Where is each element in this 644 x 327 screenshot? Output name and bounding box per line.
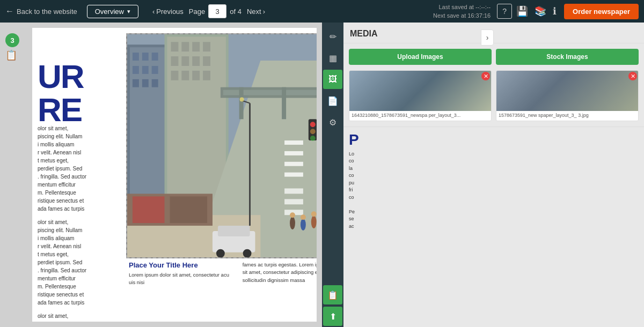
next-save-text: Next save at 16:37:16 — [433, 11, 491, 20]
svg-point-79 — [290, 217, 295, 229]
media-panel: MEDIA Upload Images Stock Images ✕ 16432… — [343, 23, 644, 327]
last-saved-text: Last saved at --:--:-- — [433, 3, 491, 12]
back-link[interactable]: ← Back to the website — [5, 6, 77, 16]
svg-point-83 — [311, 215, 317, 228]
media-label-2: 1578673591_new spaper_layout_3_ 3.jpg — [496, 111, 638, 121]
svg-rect-53 — [239, 87, 244, 120]
bottom-text-2: fames ac turpis egestas. Lorem ipsum dol… — [243, 261, 317, 284]
body-text-col: olor sit amet,piscing elit. Nullami moll… — [32, 124, 123, 322]
svg-rect-6 — [133, 66, 139, 74]
svg-point-84 — [311, 211, 317, 217]
media-item: ✕ 1643210880_1578673591_newspa per_layou… — [349, 70, 492, 121]
svg-rect-20 — [192, 56, 200, 66]
svg-rect-8 — [152, 66, 158, 74]
chevron-down-icon: ▾ — [127, 8, 130, 15]
media-grid: ✕ 1643210880_1578673591_newspa per_layou… — [343, 70, 644, 127]
svg-rect-7 — [142, 66, 149, 74]
media-remove-1-button[interactable]: ✕ — [481, 72, 490, 80]
svg-point-71 — [243, 249, 252, 257]
svg-rect-43 — [284, 162, 303, 166]
svg-rect-42 — [284, 151, 303, 155]
svg-rect-23 — [181, 71, 189, 80]
svg-rect-21 — [203, 56, 210, 66]
svg-rect-11 — [152, 79, 158, 87]
body-text-3: olor sit amet,piscing elit. Nullami moll… — [38, 312, 118, 322]
info-button[interactable]: ℹ — [551, 3, 559, 19]
top-bar: ← Back to the website Overview ▾ ‹ Previ… — [0, 0, 644, 23]
big-title-area: URRE — [32, 55, 123, 132]
prev-label: Previous — [156, 8, 184, 16]
page-canvas: 3 📋 URRE olor sit amet,piscing elit. Nul… — [0, 23, 322, 327]
svg-point-64 — [310, 122, 316, 127]
of-label: of 4 — [230, 8, 241, 16]
media-thumb-1 — [349, 71, 491, 111]
svg-rect-92 — [133, 196, 165, 223]
next-label: Next — [247, 8, 261, 16]
back-link-label: Back to the website — [17, 8, 77, 16]
svg-rect-5 — [152, 53, 158, 61]
stock-images-button[interactable]: Stock Images — [496, 49, 639, 65]
overview-button[interactable]: Overview ▾ — [87, 5, 138, 18]
svg-rect-10 — [142, 79, 149, 87]
nav-controls: ‹ Previous Page of 4 Next › — [148, 4, 269, 18]
next-button[interactable]: Next › — [243, 5, 269, 18]
sidebar-edit-button[interactable]: ✏ — [323, 27, 342, 46]
left-panel: 3 📋 URRE olor sit amet,piscing elit. Nul… — [0, 23, 322, 327]
bottom-text-1: Lorem ipsum dolor sit amet, consectetur … — [129, 271, 232, 287]
chevron-right-icon: › — [486, 33, 489, 42]
svg-rect-46 — [284, 199, 303, 204]
sidebar-clipboard-button[interactable]: 📋 — [323, 285, 342, 304]
main-image-area[interactable]: ✕ ⧉ ⊡ ⋯ Crop — [126, 33, 317, 258]
svg-point-80 — [290, 212, 295, 218]
help-button[interactable]: ? — [497, 4, 512, 19]
svg-rect-9 — [133, 79, 139, 87]
svg-rect-69 — [218, 226, 250, 236]
street-image — [127, 34, 317, 257]
svg-rect-19 — [181, 56, 189, 66]
upload-images-button[interactable]: Upload Images — [349, 49, 492, 65]
svg-rect-93 — [170, 196, 207, 223]
svg-rect-16 — [192, 42, 200, 51]
svg-rect-44 — [284, 173, 303, 177]
svg-rect-41 — [284, 140, 303, 145]
svg-rect-4 — [142, 53, 149, 61]
media-header: MEDIA — [343, 23, 644, 43]
media-item: ✕ 1578673591_new spaper_layout_3_ 3.jpg — [496, 70, 639, 121]
svg-rect-17 — [203, 42, 210, 51]
bottom-col-1: Place Your Title Here Lorem ipsum dolor … — [126, 261, 235, 287]
media-thumb-2 — [496, 71, 638, 111]
page-number-input[interactable] — [208, 4, 226, 18]
svg-point-66 — [310, 136, 316, 141]
sidebar-icons: ✏ ▦ 🖼 📄 ⚙ 📋 ⬆ — [322, 23, 343, 327]
svg-point-59 — [240, 98, 244, 102]
media-label-1: 1643210880_1578673591_newspa per_layout_… — [349, 111, 491, 121]
sidebar-image-button[interactable]: 🖼 — [323, 70, 342, 89]
order-button[interactable]: Order newspaper — [564, 4, 639, 19]
save-info: Last saved at --:--:-- Next save at 16:3… — [433, 3, 491, 20]
sidebar-pdf-button[interactable]: 📄 — [323, 91, 342, 110]
back-arrow-icon: ← — [5, 6, 14, 16]
page-layout-icon[interactable]: 📋 — [5, 49, 17, 61]
svg-rect-52 — [223, 90, 317, 95]
sidebar-import-button[interactable]: ⬆ — [323, 307, 342, 326]
page-label: Page — [189, 8, 205, 16]
right-bottom-text: LocolacopufricoPeseac — [349, 151, 639, 231]
media-remove-2-button[interactable]: ✕ — [628, 72, 637, 80]
page-number-badge: 3 — [5, 33, 19, 47]
page-badge-area: 3 📋 — [5, 28, 27, 322]
svg-rect-25 — [203, 71, 210, 80]
body-text-2: olor sit amet,piscing elit. Nullami moll… — [38, 218, 118, 307]
prev-button[interactable]: ‹ Previous — [148, 5, 188, 18]
panel-collapse-button[interactable]: › — [481, 29, 494, 46]
save-button[interactable]: 💾 — [514, 3, 530, 19]
svg-rect-22 — [171, 71, 178, 80]
sidebar-settings-button[interactable]: ⚙ — [323, 113, 342, 132]
overview-label: Overview — [95, 8, 124, 16]
right-bottom-section: P LocolacopufricoPeseac — [343, 127, 644, 235]
svg-rect-3 — [133, 53, 139, 61]
right-bottom-title: P — [349, 131, 639, 148]
body-text-1: olor sit amet,piscing elit. Nullami moll… — [38, 124, 118, 213]
sidebar-layout-button[interactable]: ▦ — [323, 48, 342, 68]
library-button[interactable]: 📚 — [532, 3, 548, 19]
svg-point-65 — [310, 129, 316, 134]
